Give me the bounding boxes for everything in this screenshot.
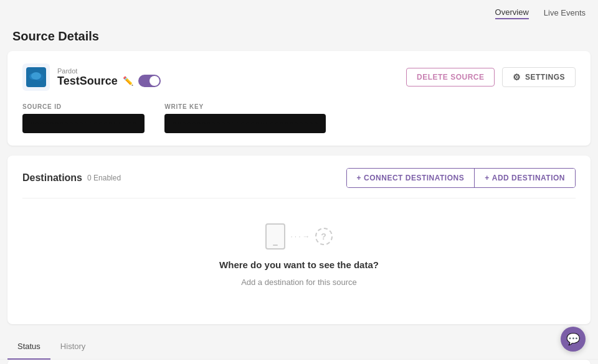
write-key-group: WRITE KEY •••••••••••••••••••••••••••••• [164,103,326,133]
tabs-bar: Status History [0,334,598,360]
source-id-group: SOURCE ID •••••••••••••••••••••• [22,103,145,133]
gear-icon: ⚙ [513,72,521,82]
pardot-logo-svg [27,70,45,84]
destinations-actions: + CONNECT DESTINATIONS + ADD DESTINATION [346,168,576,188]
page-title: Source Details [12,29,586,44]
toggle-switch[interactable] [138,75,161,87]
device-icon [265,223,285,250]
chat-bubble[interactable]: 💬 [561,327,586,352]
source-name: TestSource [57,75,118,88]
source-type-label: Pardot [57,67,161,75]
svg-point-3 [31,72,41,80]
destinations-header: Destinations 0 Enabled + CONNECT DESTINA… [22,168,576,198]
tab-status[interactable]: Status [7,334,50,360]
top-nav: Overview Live Events [0,0,598,27]
source-id-value: •••••••••••••••••••••• [22,114,145,133]
enabled-badge: 0 Enabled [87,174,121,182]
source-logo-inner [26,67,46,87]
chat-icon: 💬 [566,332,580,346]
connect-destinations-button[interactable]: + CONNECT DESTINATIONS [347,169,475,187]
edit-icon[interactable]: ✏️ [123,76,133,86]
source-name-group: Pardot TestSource ✏️ [57,67,161,88]
settings-button[interactable]: ⚙ SETTINGS [502,67,576,87]
destinations-title-text: Destinations [22,172,82,184]
add-destination-label: ADD DESTINATION [492,174,565,182]
destinations-title: Destinations 0 Enabled [22,172,121,184]
nav-live-events[interactable]: Live Events [544,8,586,19]
settings-label: SETTINGS [525,73,565,82]
source-id-label: SOURCE ID [22,103,145,110]
question-circle-icon: ? [315,228,333,245]
source-card: Pardot TestSource ✏️ DELETE SOURCE ⚙ SET… [7,51,591,146]
source-actions: DELETE SOURCE ⚙ SETTINGS [406,67,576,87]
source-left: Pardot TestSource ✏️ [22,63,161,91]
connect-destinations-label: CONNECT DESTINATIONS [364,174,464,182]
page-title-bar: Source Details [0,27,598,51]
add-plus-icon: + [485,174,490,182]
empty-state-subtitle: Add a destination for this source [241,278,357,287]
add-destination-button[interactable]: + ADD DESTINATION [475,169,575,187]
write-key-label: WRITE KEY [164,103,326,110]
delete-source-button[interactable]: DELETE SOURCE [406,68,495,86]
tab-history[interactable]: History [50,334,95,360]
source-fields: SOURCE ID •••••••••••••••••••••• WRITE K… [22,103,576,133]
connect-plus-icon: + [357,174,362,182]
source-name-row: TestSource ✏️ [57,75,161,88]
nav-overview[interactable]: Overview [495,7,529,19]
write-key-value: •••••••••••••••••••••••••••••• [164,114,326,133]
destinations-card: Destinations 0 Enabled + CONNECT DESTINA… [7,156,591,324]
source-logo [22,63,50,91]
empty-state: ···→ ? Where do you want to see the data… [22,198,576,312]
source-header: Pardot TestSource ✏️ DELETE SOURCE ⚙ SET… [22,63,576,91]
empty-icon-group: ···→ ? [265,223,332,250]
status-card: Your pipeline is ready. Connect at least… [7,360,591,364]
empty-state-title: Where do you want to see the data? [219,259,379,270]
arrow-dots: ···→ [290,232,310,241]
